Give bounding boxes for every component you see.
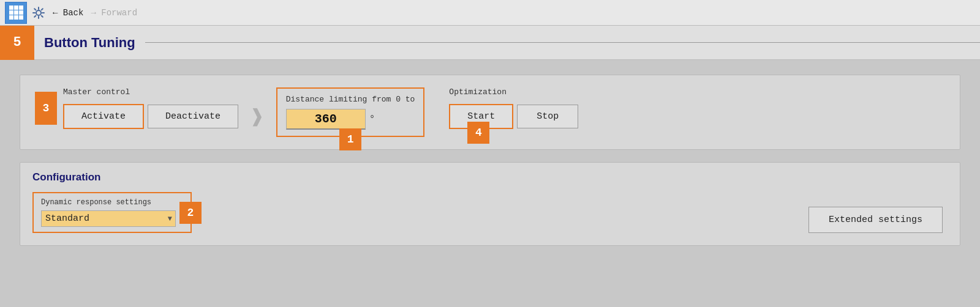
main-content: 3 Master control Activate Deactivate ❱ D… bbox=[0, 60, 980, 307]
nav-controls: ← Back → Forward bbox=[53, 8, 137, 18]
optimization-section: Optimization Start Stop 4 bbox=[449, 87, 578, 129]
activate-button[interactable]: Activate bbox=[63, 104, 144, 129]
distance-label: Distance limiting from 0 to bbox=[286, 95, 415, 104]
header-step-badge: 5 bbox=[0, 26, 34, 60]
stop-button[interactable]: Stop bbox=[517, 105, 578, 128]
master-control-buttons: Activate Deactivate bbox=[63, 104, 238, 129]
distance-input-row: ° bbox=[286, 109, 375, 130]
deactivate-button[interactable]: Deactivate bbox=[148, 105, 238, 128]
configuration-section: Configuration Dynamic response settings … bbox=[20, 162, 960, 246]
master-control-label: Master control bbox=[63, 87, 130, 97]
back-button[interactable]: ← Back bbox=[53, 8, 83, 18]
page-title: Button Tuning bbox=[44, 35, 135, 51]
page-header: 5 Button Tuning bbox=[0, 26, 980, 60]
dynamic-response-box: Dynamic response settings Standard High … bbox=[32, 192, 192, 233]
toolbar: ← Back → Forward bbox=[0, 0, 980, 26]
master-control-group: Master control Activate Deactivate bbox=[63, 87, 238, 129]
distance-section: Distance limiting from 0 to ° 1 bbox=[276, 87, 425, 137]
badge-2: 2 bbox=[179, 202, 202, 224]
configuration-inner: Dynamic response settings Standard High … bbox=[32, 192, 948, 233]
badge-1: 1 bbox=[339, 128, 361, 150]
settings-icon bbox=[29, 4, 48, 22]
app-icon bbox=[5, 2, 27, 24]
control-area: 3 Master control Activate Deactivate ❱ D… bbox=[20, 75, 960, 150]
extended-settings-button[interactable]: Extended settings bbox=[809, 207, 943, 233]
distance-input[interactable] bbox=[286, 109, 366, 130]
configuration-title: Configuration bbox=[32, 171, 948, 183]
grid-icon bbox=[9, 6, 23, 20]
extended-settings-container: Extended settings bbox=[809, 207, 948, 233]
degree-symbol: ° bbox=[369, 114, 375, 125]
dynamic-response-label: Dynamic response settings bbox=[41, 198, 183, 207]
optimization-label: Optimization bbox=[449, 87, 507, 97]
title-divider bbox=[145, 42, 980, 43]
badge-3: 3 bbox=[35, 92, 57, 125]
dynamic-select-wrapper: Standard High Low Custom ▼ bbox=[41, 210, 176, 227]
master-control-section: 3 Master control Activate Deactivate bbox=[35, 87, 238, 129]
badge-4: 4 bbox=[467, 122, 489, 144]
forward-button[interactable]: → Forward bbox=[91, 8, 137, 18]
svg-point-0 bbox=[36, 10, 41, 15]
dynamic-response-select[interactable]: Standard High Low Custom bbox=[41, 210, 176, 227]
arrow-separator: ❱ bbox=[251, 104, 264, 131]
